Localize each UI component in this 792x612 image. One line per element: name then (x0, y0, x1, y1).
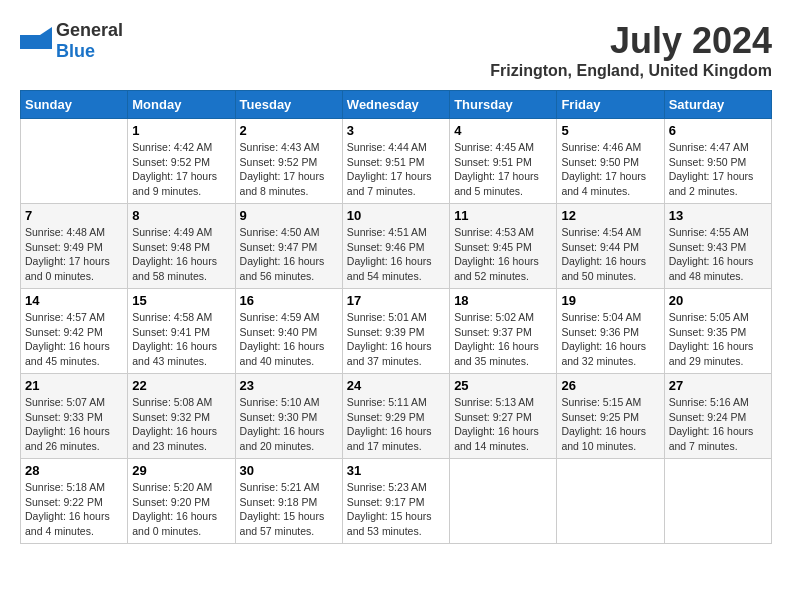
day-number: 1 (132, 123, 230, 138)
day-number: 15 (132, 293, 230, 308)
calendar-cell: 14Sunrise: 4:57 AMSunset: 9:42 PMDayligh… (21, 289, 128, 374)
calendar-cell: 28Sunrise: 5:18 AMSunset: 9:22 PMDayligh… (21, 459, 128, 544)
svg-marker-1 (40, 27, 52, 49)
calendar-cell (21, 119, 128, 204)
calendar-week-row: 14Sunrise: 4:57 AMSunset: 9:42 PMDayligh… (21, 289, 772, 374)
calendar-week-row: 7Sunrise: 4:48 AMSunset: 9:49 PMDaylight… (21, 204, 772, 289)
day-number: 14 (25, 293, 123, 308)
day-info: Sunrise: 5:20 AMSunset: 9:20 PMDaylight:… (132, 480, 230, 539)
header-day-wednesday: Wednesday (342, 91, 449, 119)
day-number: 26 (561, 378, 659, 393)
day-number: 4 (454, 123, 552, 138)
day-info: Sunrise: 4:48 AMSunset: 9:49 PMDaylight:… (25, 225, 123, 284)
day-info: Sunrise: 4:47 AMSunset: 9:50 PMDaylight:… (669, 140, 767, 199)
day-number: 17 (347, 293, 445, 308)
calendar-cell: 19Sunrise: 5:04 AMSunset: 9:36 PMDayligh… (557, 289, 664, 374)
day-info: Sunrise: 4:57 AMSunset: 9:42 PMDaylight:… (25, 310, 123, 369)
calendar-cell: 26Sunrise: 5:15 AMSunset: 9:25 PMDayligh… (557, 374, 664, 459)
day-number: 8 (132, 208, 230, 223)
day-number: 22 (132, 378, 230, 393)
calendar-cell: 25Sunrise: 5:13 AMSunset: 9:27 PMDayligh… (450, 374, 557, 459)
day-info: Sunrise: 5:07 AMSunset: 9:33 PMDaylight:… (25, 395, 123, 454)
day-info: Sunrise: 4:59 AMSunset: 9:40 PMDaylight:… (240, 310, 338, 369)
day-info: Sunrise: 5:08 AMSunset: 9:32 PMDaylight:… (132, 395, 230, 454)
calendar-header-row: SundayMondayTuesdayWednesdayThursdayFrid… (21, 91, 772, 119)
calendar-cell: 24Sunrise: 5:11 AMSunset: 9:29 PMDayligh… (342, 374, 449, 459)
day-number: 30 (240, 463, 338, 478)
day-number: 10 (347, 208, 445, 223)
day-number: 25 (454, 378, 552, 393)
day-number: 13 (669, 208, 767, 223)
day-info: Sunrise: 4:58 AMSunset: 9:41 PMDaylight:… (132, 310, 230, 369)
day-info: Sunrise: 4:44 AMSunset: 9:51 PMDaylight:… (347, 140, 445, 199)
calendar-cell: 5Sunrise: 4:46 AMSunset: 9:50 PMDaylight… (557, 119, 664, 204)
day-info: Sunrise: 5:10 AMSunset: 9:30 PMDaylight:… (240, 395, 338, 454)
logo-blue-text: Blue (56, 41, 95, 61)
logo-icon (20, 27, 52, 55)
header: General Blue July 2024 Frizington, Engla… (20, 20, 772, 80)
day-info: Sunrise: 4:45 AMSunset: 9:51 PMDaylight:… (454, 140, 552, 199)
calendar-cell: 31Sunrise: 5:23 AMSunset: 9:17 PMDayligh… (342, 459, 449, 544)
day-info: Sunrise: 4:46 AMSunset: 9:50 PMDaylight:… (561, 140, 659, 199)
day-number: 21 (25, 378, 123, 393)
day-info: Sunrise: 4:54 AMSunset: 9:44 PMDaylight:… (561, 225, 659, 284)
day-number: 24 (347, 378, 445, 393)
day-number: 5 (561, 123, 659, 138)
day-number: 6 (669, 123, 767, 138)
day-number: 11 (454, 208, 552, 223)
calendar-cell: 20Sunrise: 5:05 AMSunset: 9:35 PMDayligh… (664, 289, 771, 374)
header-day-saturday: Saturday (664, 91, 771, 119)
day-info: Sunrise: 4:43 AMSunset: 9:52 PMDaylight:… (240, 140, 338, 199)
day-info: Sunrise: 5:15 AMSunset: 9:25 PMDaylight:… (561, 395, 659, 454)
day-number: 3 (347, 123, 445, 138)
calendar-cell (557, 459, 664, 544)
calendar-cell: 16Sunrise: 4:59 AMSunset: 9:40 PMDayligh… (235, 289, 342, 374)
calendar-cell: 10Sunrise: 4:51 AMSunset: 9:46 PMDayligh… (342, 204, 449, 289)
header-day-monday: Monday (128, 91, 235, 119)
day-info: Sunrise: 4:49 AMSunset: 9:48 PMDaylight:… (132, 225, 230, 284)
svg-rect-2 (20, 35, 40, 49)
logo: General Blue (20, 20, 123, 62)
day-number: 27 (669, 378, 767, 393)
day-info: Sunrise: 5:11 AMSunset: 9:29 PMDaylight:… (347, 395, 445, 454)
calendar-week-row: 28Sunrise: 5:18 AMSunset: 9:22 PMDayligh… (21, 459, 772, 544)
day-number: 31 (347, 463, 445, 478)
day-info: Sunrise: 4:50 AMSunset: 9:47 PMDaylight:… (240, 225, 338, 284)
header-day-friday: Friday (557, 91, 664, 119)
calendar-cell: 8Sunrise: 4:49 AMSunset: 9:48 PMDaylight… (128, 204, 235, 289)
calendar-cell: 4Sunrise: 4:45 AMSunset: 9:51 PMDaylight… (450, 119, 557, 204)
calendar-cell: 22Sunrise: 5:08 AMSunset: 9:32 PMDayligh… (128, 374, 235, 459)
calendar-cell: 15Sunrise: 4:58 AMSunset: 9:41 PMDayligh… (128, 289, 235, 374)
day-number: 7 (25, 208, 123, 223)
calendar-cell: 7Sunrise: 4:48 AMSunset: 9:49 PMDaylight… (21, 204, 128, 289)
header-day-tuesday: Tuesday (235, 91, 342, 119)
calendar-week-row: 21Sunrise: 5:07 AMSunset: 9:33 PMDayligh… (21, 374, 772, 459)
day-number: 2 (240, 123, 338, 138)
day-info: Sunrise: 5:02 AMSunset: 9:37 PMDaylight:… (454, 310, 552, 369)
calendar-cell: 27Sunrise: 5:16 AMSunset: 9:24 PMDayligh… (664, 374, 771, 459)
location-title: Frizington, England, United Kingdom (490, 62, 772, 80)
day-info: Sunrise: 5:21 AMSunset: 9:18 PMDaylight:… (240, 480, 338, 539)
day-info: Sunrise: 5:13 AMSunset: 9:27 PMDaylight:… (454, 395, 552, 454)
day-info: Sunrise: 5:18 AMSunset: 9:22 PMDaylight:… (25, 480, 123, 539)
day-number: 12 (561, 208, 659, 223)
header-day-sunday: Sunday (21, 91, 128, 119)
calendar-cell (450, 459, 557, 544)
calendar-cell: 12Sunrise: 4:54 AMSunset: 9:44 PMDayligh… (557, 204, 664, 289)
day-info: Sunrise: 5:01 AMSunset: 9:39 PMDaylight:… (347, 310, 445, 369)
title-area: July 2024 Frizington, England, United Ki… (490, 20, 772, 80)
day-number: 16 (240, 293, 338, 308)
day-number: 23 (240, 378, 338, 393)
calendar-cell: 18Sunrise: 5:02 AMSunset: 9:37 PMDayligh… (450, 289, 557, 374)
logo-general-text: General (56, 20, 123, 40)
calendar-cell: 3Sunrise: 4:44 AMSunset: 9:51 PMDaylight… (342, 119, 449, 204)
day-info: Sunrise: 5:16 AMSunset: 9:24 PMDaylight:… (669, 395, 767, 454)
day-info: Sunrise: 4:55 AMSunset: 9:43 PMDaylight:… (669, 225, 767, 284)
day-info: Sunrise: 4:42 AMSunset: 9:52 PMDaylight:… (132, 140, 230, 199)
day-info: Sunrise: 5:04 AMSunset: 9:36 PMDaylight:… (561, 310, 659, 369)
day-number: 20 (669, 293, 767, 308)
calendar-cell: 1Sunrise: 4:42 AMSunset: 9:52 PMDaylight… (128, 119, 235, 204)
calendar-cell: 9Sunrise: 4:50 AMSunset: 9:47 PMDaylight… (235, 204, 342, 289)
calendar-cell: 2Sunrise: 4:43 AMSunset: 9:52 PMDaylight… (235, 119, 342, 204)
day-number: 29 (132, 463, 230, 478)
